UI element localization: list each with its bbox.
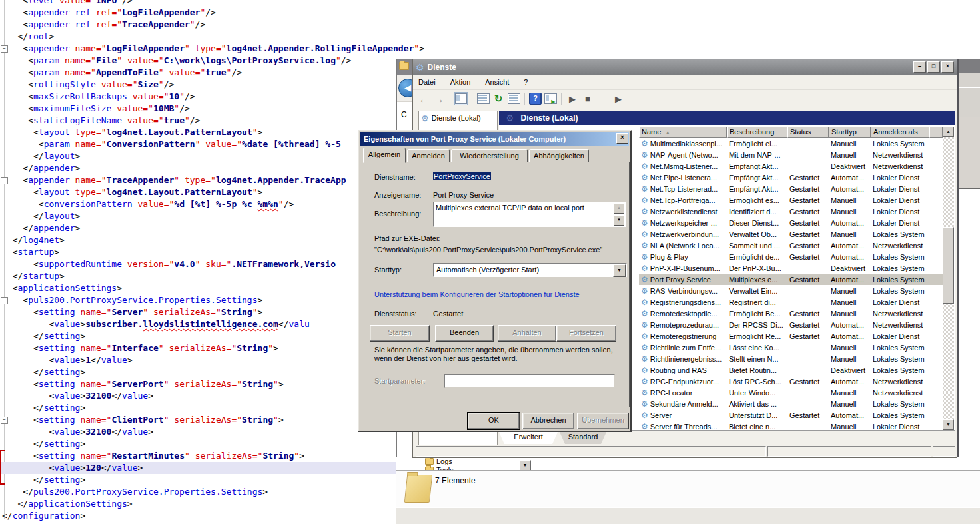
service-row[interactable]: ⚙PnP-X-IP-Busenum...Der PnP-X-Bu...Deakt… (639, 262, 943, 274)
service-row[interactable]: ⚙Richtlinie zum Entfe...Lässt eine Ko...… (639, 342, 943, 353)
service-row[interactable]: ⚙RemoteregistrierungErmöglicht Re...Gest… (639, 330, 943, 342)
service-row[interactable]: ⚙RPC-Endpunktzuor...Löst RPC-Sch...Gesta… (639, 376, 943, 387)
chevron-down-icon[interactable]: ▼ (519, 460, 531, 471)
service-row[interactable]: ⚙NLA (Network Loca...Sammelt und ...Gest… (639, 240, 943, 251)
service-row[interactable]: ⚙Multimediaklassenpl...Ermöglicht ei...M… (639, 138, 943, 149)
tab-erweitert[interactable]: Erweitert (498, 431, 558, 444)
abbrechen-button[interactable]: Abbrechen (522, 413, 574, 429)
service-row[interactable]: ⚙Remotedesktopdie...Ermöglicht Be...Gest… (639, 308, 943, 319)
service-row[interactable]: ⚙ServerUnterstützt D...GestartetAutomat.… (639, 409, 943, 421)
service-row[interactable]: ⚙NetzwerklistendienstIdentifiziert d...G… (639, 206, 943, 217)
menu-item-help[interactable]: ? (524, 78, 528, 86)
back-icon[interactable]: ← (417, 92, 430, 105)
stop-service-icon[interactable]: ■ (581, 92, 594, 105)
service-row[interactable]: ⚙RAS-Verbindungsv...Verwaltet Ein...Manu… (639, 285, 943, 296)
tab-anmelden[interactable]: Anmelden (407, 149, 450, 162)
help-icon[interactable]: ? (529, 93, 542, 105)
beenden-button[interactable]: Beenden (435, 325, 494, 342)
outline-collapse-icon[interactable]: − (1, 45, 8, 53)
dienststatus-label: Dienststatus: (374, 310, 417, 318)
maximize-icon[interactable]: □ (927, 61, 940, 73)
scroll-up-icon[interactable]: ▲ (614, 203, 624, 214)
service-row[interactable]: ⚙Routing und RASBietet Routin...Deaktivi… (639, 364, 943, 376)
gear-icon: ⚙ (641, 162, 648, 171)
show-console-tree-icon[interactable] (454, 92, 468, 105)
service-row[interactable]: ⚙NAP-Agent (Netwo...Mit dem NAP-...Manue… (639, 149, 943, 160)
gear-icon: ⚙ (641, 354, 648, 364)
gear-icon: ⚙ (641, 252, 648, 262)
restart-service-icon[interactable]: ▶ (612, 92, 625, 105)
service-row[interactable]: ⚙Richtlinienergebniss...Stellt einen N..… (639, 353, 943, 364)
code-line: <param name="File" value="C:\work\logs\P… (2, 55, 351, 67)
menu-item-ansicht[interactable]: Ansicht (485, 78, 509, 86)
service-row[interactable]: ⚙Net.Msmq-Listener...Empfängt Akt...Deak… (639, 160, 943, 172)
service-row[interactable]: ⚙Server für Threads...Bietet eine n...Ma… (639, 421, 943, 430)
export-list-icon[interactable] (507, 92, 520, 105)
desktop-background (396, 508, 980, 524)
scroll-down-icon[interactable]: ▼ (614, 215, 624, 226)
menu-item-aktion[interactable]: Aktion (450, 78, 471, 86)
pause-service-icon[interactable] (596, 92, 610, 105)
scroll-up-icon[interactable]: ▲ (943, 127, 954, 137)
properties-dialog: Eigenschaften von Port Proxy Service (Lo… (358, 130, 632, 432)
toolbar-separator (561, 93, 562, 105)
service-row[interactable]: ⚙Net.Tcp-Portfreiga...Ermöglicht es...Ge… (639, 194, 943, 206)
start-service-icon[interactable]: ▶ (566, 92, 579, 105)
tree-item-dienste-lokal[interactable]: ⚙ Dienste (Lokal) (419, 111, 497, 125)
refresh-icon[interactable]: ↻ (492, 92, 505, 105)
starttyp-select[interactable]: Automatisch (Verzögerter Start) ▼ (433, 263, 627, 277)
code-line: </setting> (2, 366, 85, 378)
back-button[interactable]: ◀ (398, 79, 413, 97)
code-line: </setting> (2, 330, 85, 342)
services-titlebar[interactable]: ⚙ Dienste –□× (413, 59, 957, 75)
service-row[interactable]: ⚙Net.Tcp-Listenerad...Empfängt Akt...Ges… (639, 183, 943, 194)
service-row[interactable]: ⚙Net.Pipe-Listenera...Empfängt Akt...Ges… (639, 172, 943, 183)
gear-icon: ⚙ (641, 399, 648, 409)
menu-item-datei[interactable]: Datei (418, 78, 436, 86)
service-row[interactable]: ⚙Netzwerkspeicher-...Dieser Dienst...Ges… (639, 217, 943, 228)
column-header-beschreibung[interactable]: Beschreibung (727, 127, 787, 138)
service-row[interactable]: ⚙Sekundäre Anmeld...Aktiviert das ...Man… (639, 398, 943, 409)
dialog-titlebar[interactable]: Eigenschaften von Port Proxy Service (Lo… (360, 132, 629, 146)
close-icon[interactable]: × (616, 133, 628, 144)
service-row[interactable]: ⚙Registrierungsdiens...Registriert di...… (639, 296, 943, 308)
beschreibung-field[interactable]: Multiplexes external TCP/IP data on loca… (433, 202, 626, 227)
forward-icon[interactable]: → (432, 92, 446, 105)
column-header-name[interactable]: Name▲ (639, 127, 727, 138)
tab-allgemein[interactable]: Allgemein (363, 148, 406, 163)
startparameter-label: Startparameter: (374, 377, 425, 385)
tab-abhaengigkeiten[interactable]: Abhängigkeiten (529, 149, 589, 162)
service-row[interactable]: ⚙Netzwerkverbindun...Verwaltet Ob...Gest… (639, 228, 943, 240)
tab-standard[interactable]: Standard (559, 431, 607, 444)
code-line: <param name="ConversionPattern" value="%… (2, 138, 341, 150)
tab-wiederherstellung[interactable]: Wiederherstellung (451, 149, 528, 162)
outline-collapse-icon[interactable]: − (1, 417, 8, 424)
close-icon[interactable]: × (941, 61, 954, 73)
properties-icon[interactable] (476, 92, 490, 105)
service-row[interactable]: ⚙Remoteprozedurau...Der RPCSS-Di...Gesta… (639, 319, 943, 330)
column-header-status[interactable]: Status (787, 127, 829, 138)
new-window-icon[interactable] (544, 92, 557, 105)
ok-button[interactable]: OK (468, 413, 520, 429)
scrollbar-thumb[interactable] (943, 227, 954, 304)
startoptions-help-link[interactable]: Unterstützung beim Konfigurieren der Sta… (374, 290, 580, 298)
minimize-icon[interactable]: – (913, 61, 926, 73)
startparameter-input[interactable] (444, 374, 615, 388)
column-header-starttyp[interactable]: Starttyp (829, 127, 871, 138)
services-scrollbar[interactable]: ▲ ▼ (943, 127, 954, 430)
gear-icon: ⚙ (506, 113, 514, 123)
scroll-down-icon[interactable]: ▼ (943, 419, 954, 430)
service-row[interactable]: ⚙Port Proxy ServiceMultiplexes e...Gesta… (639, 274, 943, 285)
outline-collapse-icon[interactable]: − (1, 297, 8, 304)
code-line: </configuration> (2, 510, 85, 522)
service-row[interactable]: ⚙Plug & PlayErmöglicht de...GestartetAut… (639, 251, 943, 262)
service-row[interactable]: ⚙RPC-LocatorUnter Windo...ManuellNetzwer… (639, 387, 943, 398)
gear-icon: ⚙ (641, 139, 648, 148)
screenshot-root: <level value="INFO"/> <appender-ref ref=… (0, 0, 980, 524)
dienstname-label: Dienstname: (374, 173, 416, 181)
gear-icon: ⚙ (641, 411, 648, 420)
outline-collapse-icon[interactable]: − (1, 177, 8, 184)
column-header-anmelden-als[interactable]: Anmelden als (871, 127, 929, 138)
chevron-down-icon[interactable]: ▼ (613, 264, 626, 277)
code-line: <layout type="log4net.Layout.PatternLayo… (2, 127, 262, 138)
